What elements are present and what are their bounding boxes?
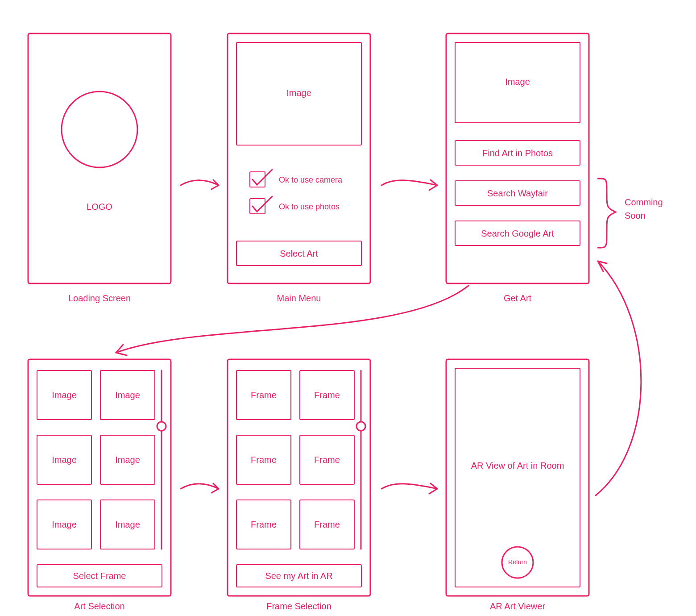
- scrollbar-thumb-icon[interactable]: [356, 422, 365, 431]
- main-menu-frame: [228, 33, 370, 283]
- frame-tile-label: Frame: [314, 390, 340, 400]
- arrow-ar-to-getart: [596, 261, 641, 495]
- find-art-photos-label: Find Art in Photos: [482, 148, 553, 158]
- art-tile-label: Image: [52, 390, 77, 400]
- arrow-main-to-getart: [381, 180, 437, 190]
- coming-soon-line1: Comming: [625, 197, 663, 207]
- art-tile-label: Image: [52, 520, 77, 529]
- scrollbar-thumb-icon[interactable]: [157, 422, 166, 431]
- screen-ar-viewer: AR View of Art in Room Return AR Art Vie…: [446, 359, 589, 611]
- checkbox-photos-label: Ok to use photos: [279, 202, 340, 211]
- arrow-loading-to-main: [181, 180, 219, 189]
- checkbox-camera-label: Ok to use camera: [279, 175, 343, 184]
- logo-circle-icon: [62, 92, 137, 167]
- return-label: Return: [508, 558, 527, 566]
- art-tile-label: Image: [52, 455, 77, 465]
- coming-soon-annotation: Comming Soon: [598, 179, 663, 248]
- screen-frame-selection: Frame Frame Frame Frame Frame Frame See …: [228, 359, 370, 611]
- screen-main-menu: Image Ok to use camera Ok to use photos …: [228, 33, 370, 303]
- frame-tile-label: Frame: [251, 390, 277, 400]
- frame-tile-label: Frame: [314, 520, 340, 529]
- art-selection-caption: Art Selection: [74, 601, 124, 611]
- ar-view-area[interactable]: [455, 368, 580, 587]
- frame-tile-label: Frame: [251, 520, 277, 529]
- search-wayfair-label: Search Wayfair: [487, 188, 548, 198]
- checkbox-photos[interactable]: [250, 196, 272, 214]
- art-tile-label: Image: [115, 455, 140, 465]
- frame-selection-caption: Frame Selection: [266, 601, 331, 611]
- frame-tile-label: Frame: [314, 455, 340, 465]
- art-tile-label: Image: [115, 520, 140, 529]
- brace-icon: [598, 179, 616, 248]
- arrow-frame-to-ar: [381, 483, 437, 494]
- search-google-art-label: Search Google Art: [481, 229, 554, 238]
- frame-tile-label: Frame: [251, 455, 277, 465]
- loading-frame: [28, 33, 171, 283]
- frame-selection-frame: [228, 359, 370, 596]
- coming-soon-line2: Soon: [625, 211, 646, 221]
- screen-art-selection: Image Image Image Image Image Image Sele…: [28, 359, 171, 611]
- get-art-caption: Get Art: [504, 293, 532, 303]
- arrow-art-to-frame: [181, 483, 219, 493]
- screen-get-art: Image Find Art in Photos Search Wayfair …: [446, 33, 589, 303]
- select-frame-label: Select Frame: [73, 571, 126, 581]
- screen-loading: LOGO Loading Screen: [28, 33, 171, 303]
- art-selection-frame: [28, 359, 171, 596]
- main-menu-caption: Main Menu: [277, 293, 321, 303]
- see-art-ar-label: See my Art in AR: [265, 571, 332, 581]
- ar-view-label: AR View of Art in Room: [471, 461, 564, 470]
- select-art-label: Select Art: [280, 249, 318, 258]
- ar-viewer-caption: AR Art Viewer: [490, 601, 545, 611]
- main-menu-image-label: Image: [286, 88, 311, 98]
- get-art-image-label: Image: [505, 77, 530, 87]
- art-tile-label: Image: [115, 390, 140, 400]
- loading-caption: Loading Screen: [68, 293, 131, 303]
- logo-text: LOGO: [87, 202, 112, 212]
- checkbox-camera[interactable]: [250, 170, 272, 187]
